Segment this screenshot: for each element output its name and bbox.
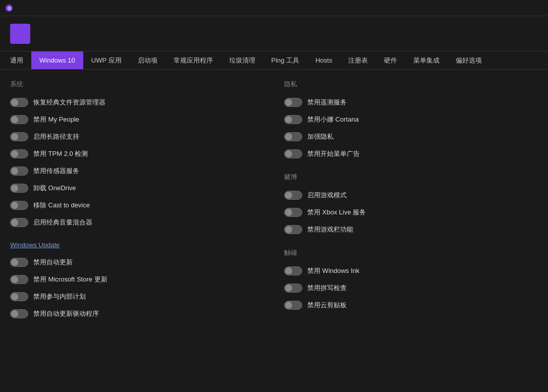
toggle-disable-sensors[interactable] — [10, 166, 28, 176]
toggle-row-disable-gamebar: 禁用游戏栏功能 — [284, 222, 538, 237]
toggle-enable-game-mode[interactable] — [284, 191, 302, 200]
toggle-disable-startmenu-ads[interactable] — [284, 149, 302, 158]
close-button[interactable] — [525, 0, 548, 16]
toggle-row-disable-mypeople: 禁用 My People — [10, 112, 264, 127]
toggle-row-disable-startmenu-ads: 禁用开始菜单广告 — [284, 146, 538, 161]
toggle-row-disable-tpm: 禁用 TPM 2.0 检测 — [10, 146, 264, 161]
app-logo — [10, 24, 36, 44]
spacer — [10, 232, 264, 237]
tab-windows10[interactable]: Windows 10 — [31, 51, 83, 69]
left-column: 系统恢复经典文件资源管理器禁用 My People启用长路径支持禁用 TPM 2… — [10, 78, 264, 384]
label-disable-mypeople: 禁用 My People — [33, 115, 79, 124]
toggle-disable-clipboard[interactable] — [284, 301, 302, 310]
toggle-disable-xbox[interactable] — [284, 208, 302, 217]
toggle-disable-telemetry[interactable] — [284, 98, 302, 107]
label-uninstall-onedrive: 卸载 OneDrive — [33, 184, 76, 193]
toggle-disable-gamebar[interactable] — [284, 225, 302, 234]
toggle-row-classic-mixer: 启用经典音量混合器 — [10, 215, 264, 230]
titlebar-controls — [478, 0, 548, 16]
maximize-button[interactable] — [502, 0, 525, 16]
label-disable-clipboard: 禁用云剪贴板 — [307, 301, 347, 310]
label-disable-spellcheck: 禁用拼写检查 — [307, 284, 347, 293]
toggle-disable-cortana[interactable] — [284, 115, 302, 124]
tab-general[interactable]: 通用 — [2, 51, 31, 69]
label-disable-telemetry: 禁用遥测服务 — [307, 98, 347, 107]
label-enhance-privacy: 加强隐私 — [307, 132, 334, 141]
app-icon: ⚙ — [5, 4, 13, 12]
section-title-touch: 触碰 — [284, 248, 538, 257]
app-header — [0, 16, 548, 51]
toggle-disable-ink[interactable] — [284, 266, 302, 275]
check-icon — [10, 24, 30, 44]
tab-apps[interactable]: 常规应用程序 — [166, 51, 221, 69]
toggle-row-remove-cast: 移除 Cast to device — [10, 198, 264, 213]
svg-text:⚙: ⚙ — [7, 6, 12, 11]
toggle-row-disable-xbox: 禁用 Xbox Live 服务 — [284, 205, 538, 220]
label-disable-xbox: 禁用 Xbox Live 服务 — [307, 208, 366, 217]
label-disable-store-update: 禁用 Microsoft Store 更新 — [33, 275, 107, 284]
toggle-disable-spellcheck[interactable] — [284, 284, 302, 293]
toggle-row-disable-autoupdate: 禁用自动更新 — [10, 255, 264, 270]
toggle-disable-mypeople[interactable] — [10, 115, 28, 124]
toggle-row-restore-explorer: 恢复经典文件资源管理器 — [10, 95, 264, 110]
section-title-system: 系统 — [10, 80, 264, 89]
toggle-disable-insider[interactable] — [10, 292, 28, 301]
tab-hosts[interactable]: Hosts — [307, 51, 340, 69]
toggle-row-disable-driver-update: 禁用自动更新驱动程序 — [10, 306, 264, 321]
label-disable-sensors: 禁用传感器服务 — [33, 166, 79, 176]
toggle-row-disable-sensors: 禁用传感器服务 — [10, 163, 264, 179]
tab-clean[interactable]: 垃圾清理 — [221, 51, 263, 69]
section-title-gaming: 赌博 — [284, 173, 538, 182]
spacer — [10, 323, 264, 328]
tab-registry[interactable]: 注册表 — [340, 51, 376, 69]
label-enable-game-mode: 启用游戏模式 — [307, 191, 347, 200]
toggle-row-disable-ink: 禁用 Windows Ink — [284, 263, 538, 278]
section-title-privacy: 隐私 — [284, 80, 538, 89]
toggle-uninstall-onedrive[interactable] — [10, 184, 28, 193]
tab-uwp[interactable]: UWP 应用 — [83, 51, 130, 69]
label-disable-insider: 禁用参与内部计划 — [33, 292, 86, 301]
spacer — [284, 315, 538, 320]
label-classic-mixer: 启用经典音量混合器 — [33, 218, 92, 227]
label-disable-ink: 禁用 Windows Ink — [307, 266, 359, 275]
toggle-disable-tpm[interactable] — [10, 149, 28, 158]
label-restore-explorer: 恢复经典文件资源管理器 — [33, 98, 105, 107]
tab-hardware[interactable]: 硬件 — [376, 51, 405, 69]
toggle-row-disable-clipboard: 禁用云剪贴板 — [284, 298, 538, 313]
tabbar: 通用Windows 10UWP 应用启动项常规应用程序垃圾清理Ping 工具Ho… — [0, 51, 548, 70]
label-enable-longpath: 启用长路径支持 — [33, 132, 79, 141]
tab-startup[interactable]: 启动项 — [130, 51, 166, 69]
titlebar-left: ⚙ — [5, 4, 16, 12]
toggle-row-enhance-privacy: 加强隐私 — [284, 129, 538, 144]
toggle-row-disable-spellcheck: 禁用拼写检查 — [284, 281, 538, 296]
main-content: 系统恢复经典文件资源管理器禁用 My People启用长路径支持禁用 TPM 2… — [0, 70, 548, 392]
toggle-disable-autoupdate[interactable] — [10, 258, 28, 267]
toggle-row-enable-longpath: 启用长路径支持 — [10, 129, 264, 144]
spacer — [284, 163, 538, 169]
label-disable-cortana: 禁用小娜 Cortana — [307, 115, 359, 124]
spacer — [284, 239, 538, 244]
label-disable-autoupdate: 禁用自动更新 — [33, 258, 73, 267]
toggle-row-disable-cortana: 禁用小娜 Cortana — [284, 112, 538, 127]
toggle-row-disable-store-update: 禁用 Microsoft Store 更新 — [10, 272, 264, 287]
toggle-row-uninstall-onedrive: 卸载 OneDrive — [10, 181, 264, 196]
toggle-remove-cast[interactable] — [10, 201, 28, 210]
tab-ping[interactable]: Ping 工具 — [263, 51, 308, 69]
toggle-enable-longpath[interactable] — [10, 132, 28, 141]
toggle-restore-explorer[interactable] — [10, 98, 28, 107]
label-disable-tpm: 禁用 TPM 2.0 检测 — [33, 149, 88, 158]
minimize-button[interactable] — [478, 0, 502, 16]
toggle-enhance-privacy[interactable] — [284, 132, 302, 141]
label-disable-gamebar: 禁用游戏栏功能 — [307, 225, 353, 234]
toggle-row-disable-insider: 禁用参与内部计划 — [10, 289, 264, 304]
toggle-disable-store-update[interactable] — [10, 275, 28, 284]
label-disable-startmenu-ads: 禁用开始菜单广告 — [307, 149, 360, 158]
section-title-windows-update[interactable]: Windows Update — [10, 241, 264, 249]
tab-menu[interactable]: 菜单集成 — [405, 51, 448, 69]
right-column: 隐私禁用遥测服务禁用小娜 Cortana加强隐私禁用开始菜单广告赌博启用游戏模式… — [284, 78, 538, 384]
toggle-disable-driver-update[interactable] — [10, 309, 28, 318]
toggle-classic-mixer[interactable] — [10, 218, 28, 227]
tab-prefs[interactable]: 偏好选项 — [448, 51, 490, 69]
label-remove-cast: 移除 Cast to device — [33, 201, 90, 210]
toggle-row-disable-telemetry: 禁用遥测服务 — [284, 95, 538, 110]
